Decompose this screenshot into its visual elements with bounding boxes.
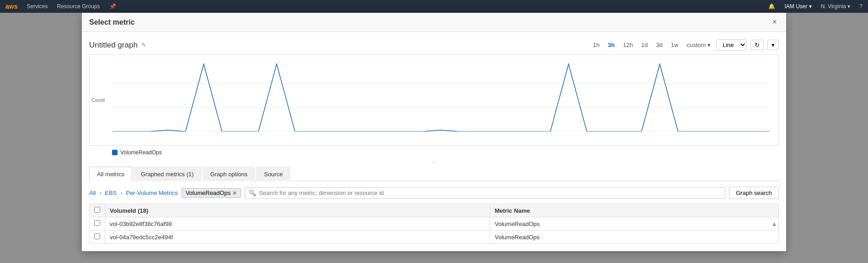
aws-topbar: aws Services Resource Groups 📌 🔔 IAM Use… [0, 0, 868, 13]
bell-icon[interactable]: 🔔 [768, 3, 775, 10]
help-icon[interactable]: ? [859, 3, 863, 10]
region-label[interactable]: N. Virginia ▾ [821, 3, 850, 10]
resource-groups-menu[interactable]: Resource Groups [57, 3, 100, 10]
aws-logo: aws [5, 3, 17, 10]
user-label[interactable]: IAM User ▾ [784, 3, 811, 10]
services-menu[interactable]: Services [27, 3, 48, 10]
pin-icon: 📌 [109, 3, 116, 10]
